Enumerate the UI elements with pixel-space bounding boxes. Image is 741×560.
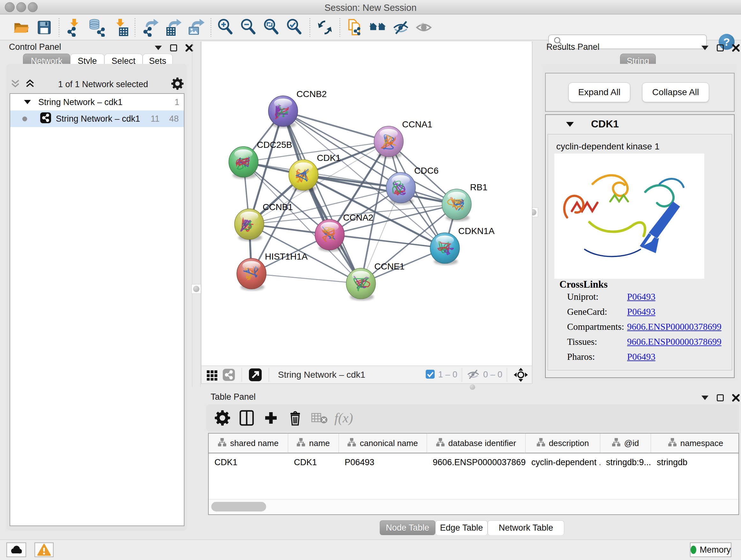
grid-view-icon[interactable] xyxy=(204,365,220,384)
zoom-in-button[interactable] xyxy=(214,17,238,38)
refresh-layout-button[interactable] xyxy=(313,17,336,38)
collapse-all-button[interactable]: Collapse All xyxy=(642,82,709,102)
memory-button[interactable]: Memory xyxy=(690,543,731,557)
network-row[interactable]: String Network – cdk1 11 48 xyxy=(10,111,184,127)
open-session-button[interactable] xyxy=(10,17,32,38)
cell[interactable]: P06493 xyxy=(339,457,427,468)
apply-function-icon: f(x) xyxy=(334,408,353,428)
save-session-button[interactable] xyxy=(32,17,56,38)
selected-checkbox-icon[interactable] xyxy=(425,369,435,380)
network-canvas[interactable]: CCNB2 CCNA1 CDC25B CDK1 CDC6 RB1 CCNB1 C… xyxy=(201,42,532,366)
crosslink-value-link[interactable]: P06493 xyxy=(627,352,656,362)
warnings-button[interactable] xyxy=(35,543,54,557)
cell[interactable]: CDK1 xyxy=(209,457,288,468)
float-panel-icon[interactable] xyxy=(717,44,724,51)
zoom-fit-icon xyxy=(263,18,281,37)
left-splitter-handle[interactable] xyxy=(192,284,201,294)
node-CCNB1[interactable]: CCNB1 xyxy=(234,202,293,241)
expand-all-trees-icon[interactable] xyxy=(10,78,20,90)
node-CCNE1[interactable]: CCNE1 xyxy=(346,261,405,300)
zoom-out-button[interactable] xyxy=(238,17,260,38)
cell[interactable]: cyclin-dependent ... xyxy=(526,457,600,468)
import-network-file-button[interactable] xyxy=(63,17,85,38)
tab-network-table[interactable]: Network Table xyxy=(488,520,564,535)
column-header-description[interactable]: description xyxy=(526,434,600,453)
tab-edge-table[interactable]: Edge Table xyxy=(435,520,488,535)
node-CCNA1[interactable]: CCNA1 xyxy=(374,119,432,159)
save-session-icon xyxy=(35,18,53,37)
close-panel-icon[interactable] xyxy=(732,394,740,401)
node-label-HIST1H1A: HIST1H1A xyxy=(265,252,308,261)
crosslink-value-link[interactable]: 9606.ENSP00000378699 xyxy=(627,321,722,332)
import-table-file-button[interactable] xyxy=(109,17,131,38)
node-RB1[interactable]: RB1 xyxy=(442,182,487,221)
show-hidden-button[interactable] xyxy=(412,17,435,38)
table-horizontal-scrollbar[interactable] xyxy=(209,499,738,514)
horizontal-splitter[interactable] xyxy=(201,384,532,390)
first-neighbors-button[interactable] xyxy=(366,17,389,38)
node-HIST1H1A[interactable]: HIST1H1A xyxy=(237,252,308,291)
network-options-gear-icon[interactable] xyxy=(171,77,184,91)
delete-table-icon xyxy=(310,408,329,428)
export-image-button[interactable] xyxy=(185,17,207,38)
collapse-panel-icon[interactable] xyxy=(155,46,162,50)
new-network-from-selection-button[interactable] xyxy=(343,17,366,38)
edge-CCNB2-CCNA1[interactable] xyxy=(283,111,389,141)
node-label-CCNE1: CCNE1 xyxy=(374,261,405,271)
column-header-database-identifier[interactable]: database identifier xyxy=(427,434,526,453)
table-settings-gear-icon[interactable] xyxy=(213,408,232,428)
edge-CCNA2-CDKN1A[interactable] xyxy=(330,235,445,248)
memory-label: Memory xyxy=(699,545,731,555)
hide-selected-button[interactable] xyxy=(389,17,412,38)
column-header-canonical-name[interactable]: canonical name xyxy=(339,434,427,453)
collapse-all-trees-icon[interactable] xyxy=(25,78,35,90)
network-selection-status: 1 of 1 Network selected xyxy=(35,79,171,89)
hidden-eye-icon[interactable] xyxy=(467,369,480,381)
edge-CDK1-RB1[interactable] xyxy=(304,175,457,204)
show-columns-icon[interactable] xyxy=(238,408,256,428)
crosslink-value-link[interactable]: 9606.ENSP00000378699 xyxy=(627,336,722,347)
column-header-name[interactable]: name xyxy=(288,434,339,453)
import-network-database-button[interactable] xyxy=(85,17,109,38)
gene-section-header[interactable]: CDK1 xyxy=(545,114,735,134)
collapse-panel-icon[interactable] xyxy=(701,46,709,50)
close-panel-icon[interactable] xyxy=(732,44,740,52)
collapse-gene-icon[interactable] xyxy=(566,122,574,127)
scrollbar-thumb[interactable] xyxy=(211,502,266,511)
cloud-button[interactable] xyxy=(6,543,26,557)
column-header-namespace[interactable]: namespace xyxy=(651,434,739,453)
toolbar-separator xyxy=(59,18,59,37)
crosslink-label: Tissues: xyxy=(567,336,597,347)
node-table[interactable]: shared namenamecanonical namedatabase id… xyxy=(208,433,739,515)
birds-eye-view-icon[interactable] xyxy=(512,365,530,384)
hidden-count: 0 – 0 xyxy=(483,370,502,380)
float-panel-icon[interactable] xyxy=(170,44,177,51)
network-collection-row[interactable]: String Network – cdk1 1 xyxy=(10,94,184,111)
float-panel-icon[interactable] xyxy=(717,394,724,401)
cell[interactable]: CDK1 xyxy=(288,457,339,468)
node-CDKN1A[interactable]: CDKN1A xyxy=(430,226,495,265)
collapse-panel-icon[interactable] xyxy=(701,395,709,400)
zoom-fit-button[interactable] xyxy=(260,17,283,38)
cell[interactable]: stringdb xyxy=(651,457,739,468)
export-table-button[interactable] xyxy=(161,17,185,38)
add-column-icon[interactable] xyxy=(262,408,280,428)
tree-expand-icon[interactable] xyxy=(23,98,31,107)
export-network-button[interactable] xyxy=(138,17,161,38)
open-in-new-window-icon[interactable] xyxy=(246,365,264,384)
cell[interactable]: 9606.ENSP00000378699 xyxy=(427,457,526,468)
network-badge-icon[interactable] xyxy=(220,365,237,384)
delete-column-icon[interactable] xyxy=(286,408,305,428)
crosslink-value-link[interactable]: P06493 xyxy=(627,292,656,302)
cell[interactable]: stringdb:9... xyxy=(600,457,651,468)
crosslink-value-link[interactable]: P06493 xyxy=(627,307,656,317)
node-CCNB2[interactable]: CCNB2 xyxy=(268,89,327,128)
expand-all-button[interactable]: Expand All xyxy=(568,82,630,102)
node-CDK1[interactable]: CDK1 xyxy=(289,153,341,192)
network-tree: String Network – cdk1 1 String Network –… xyxy=(10,93,185,526)
column-header--id[interactable]: @id xyxy=(600,434,651,453)
zoom-selected-button[interactable] xyxy=(283,17,307,38)
edge-count: 48 xyxy=(169,114,179,124)
tab-node-table[interactable]: Node Table xyxy=(380,520,435,535)
column-header-shared-name[interactable]: shared name xyxy=(209,434,288,453)
